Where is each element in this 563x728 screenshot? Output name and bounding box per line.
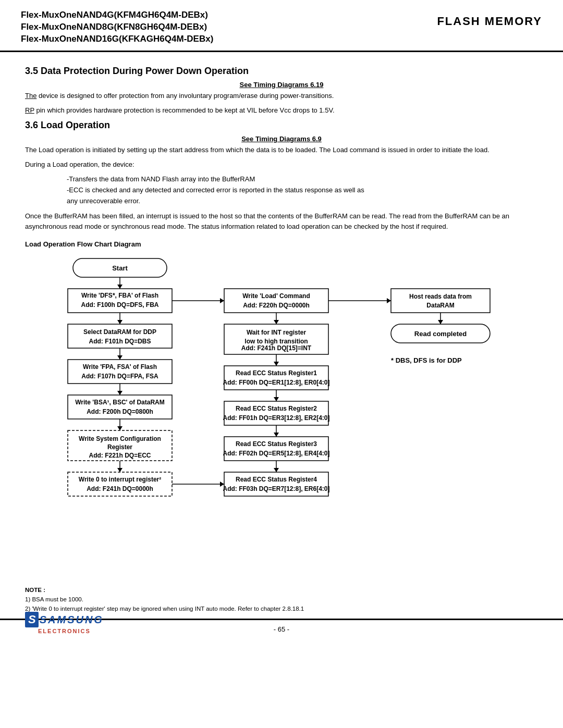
- svg-marker-7: [117, 320, 123, 324]
- svg-marker-17: [117, 391, 123, 395]
- svg-marker-56: [274, 433, 279, 437]
- flowchart-area: Start Write 'DFS*, FBA' of Flash Add: F1…: [25, 253, 538, 576]
- samsung-wordmark: SAMSUNG: [40, 614, 104, 626]
- svg-text:Add: F220h DQ=0000h: Add: F220h DQ=0000h: [243, 302, 310, 309]
- samsung-s-icon: S: [25, 612, 39, 627]
- header-line3: Flex-MuxOneNAND16G(KFKAGH6Q4M-DEBx): [21, 33, 437, 45]
- note1: 1) BSA must be 1000.: [25, 595, 538, 604]
- svg-text:Add: FF02h DQ=ER5[12:8], ER4[4: Add: FF02h DQ=ER5[12:8], ER4[4:0]: [223, 450, 329, 457]
- svg-text:Add: FF03h DQ=ER7[12:8], ER6[4: Add: FF03h DQ=ER7[12:8], ER6[4:0]: [223, 485, 329, 492]
- svg-text:Write 0 to interrupt register²: Write 0 to interrupt register²: [79, 476, 161, 483]
- svg-text:Write System Configuration: Write System Configuration: [79, 435, 161, 442]
- svg-marker-61: [274, 468, 279, 472]
- svg-text:Write 'DFS*, FBA' of Flash: Write 'DFS*, FBA' of Flash: [81, 292, 158, 299]
- bullet2: -ECC is checked and any detected and cor…: [67, 185, 538, 196]
- svg-rect-65: [391, 289, 490, 313]
- svg-text:Add: F241h DQ[15]=INT: Add: F241h DQ[15]=INT: [241, 344, 312, 352]
- svg-text:Write 'BSA¹, BSC' of DataRAM: Write 'BSA¹, BSC' of DataRAM: [75, 399, 165, 406]
- electronics-label: ELECTRONICS: [38, 628, 91, 634]
- svg-marker-40: [274, 320, 279, 324]
- bullet2b: any unrecoverable error.: [67, 196, 538, 207]
- svg-marker-28: [117, 468, 123, 472]
- timing-ref-3-5: See Timing Diagrams 6.19: [25, 81, 538, 89]
- svg-marker-51: [274, 397, 279, 401]
- svg-text:Write 'FPA, FSA' of Flash: Write 'FPA, FSA' of Flash: [83, 363, 157, 371]
- start-label: Start: [112, 264, 128, 272]
- flash-memory-label: FLASH MEMORY: [437, 9, 542, 28]
- svg-text:Add: F101h DQ=DBS: Add: F101h DQ=DBS: [89, 338, 151, 345]
- note-label: NOTE :: [25, 586, 538, 595]
- svg-marker-38: [220, 298, 224, 303]
- svg-text:Read ECC Status Register1: Read ECC Status Register1: [236, 369, 317, 377]
- svg-text:Add: FF01h DQ=ER3[12:8], ER2[4: Add: FF01h DQ=ER3[12:8], ER2[4:0]: [223, 414, 329, 422]
- svg-text:Add: F221h DQ=ECC: Add: F221h DQ=ECC: [89, 452, 151, 459]
- svg-marker-73: [387, 298, 391, 303]
- header-line1: Flex-MuxOneNAND4G(KFM4GH6Q4M-DEBx): [21, 9, 437, 21]
- section-3-6-para2: During a Load operation, the device:: [25, 159, 538, 170]
- section-3-5-para2: RP pin which provides hardware protectio…: [25, 105, 538, 116]
- section-3-5-title: 3.5 Data Protection During Power Down Op…: [25, 66, 538, 77]
- svg-text:Add: F241h DQ=0000h: Add: F241h DQ=0000h: [87, 485, 153, 492]
- page-number: - 65 -: [274, 625, 289, 633]
- svg-marker-22: [117, 426, 123, 430]
- svg-text:Add: F200h DQ=0800h: Add: F200h DQ=0800h: [87, 408, 153, 415]
- svg-text:Add: F107h DQ=FPA, FSA: Add: F107h DQ=FPA, FSA: [81, 373, 158, 380]
- svg-text:Read completed: Read completed: [414, 330, 467, 338]
- svg-text:Host reads data from: Host reads data from: [409, 293, 472, 300]
- svg-marker-12: [117, 355, 123, 360]
- section-3-6-para1: The Load operation is initiated by setti…: [25, 145, 538, 155]
- section-3-5-para1: The device is designed to offer protecti…: [25, 91, 538, 101]
- svg-marker-69: [438, 320, 443, 324]
- header: Flex-MuxOneNAND4G(KFM4GH6Q4M-DEBx) Flex-…: [0, 0, 563, 52]
- svg-text:Wait for INT register: Wait for INT register: [247, 329, 307, 336]
- svg-marker-2: [117, 285, 123, 289]
- svg-marker-46: [274, 362, 279, 366]
- bullet1: -Transfers the data from NAND Flash arra…: [67, 174, 538, 185]
- svg-text:Read ECC Status Register4: Read ECC Status Register4: [236, 476, 317, 483]
- svg-text:Add: FF00h DQ=ER1[12:8], ER0[4: Add: FF00h DQ=ER1[12:8], ER0[4:0]: [223, 379, 329, 386]
- flowchart-svg: Start Write 'DFS*, FBA' of Flash Add: F1…: [26, 253, 537, 576]
- footer-logo: S SAMSUNG ELECTRONICS: [25, 612, 104, 634]
- svg-text:Write 'Load' Command: Write 'Load' Command: [242, 292, 310, 300]
- svg-text:Add: F100h DQ=DFS, FBA: Add: F100h DQ=DFS, FBA: [81, 301, 158, 309]
- svg-text:DataRAM: DataRAM: [426, 302, 454, 309]
- section-3-6-title: 3.6 Load Operation: [25, 120, 538, 131]
- timing-ref-3-6: See Timing Diagrams 6.9: [25, 135, 538, 143]
- svg-text:* DBS, DFS is for DDP: * DBS, DFS is for DDP: [391, 356, 462, 364]
- svg-text:Read ECC Status Register3: Read ECC Status Register3: [236, 440, 317, 448]
- svg-text:Register: Register: [107, 443, 132, 451]
- svg-text:Read ECC Status Register2: Read ECC Status Register2: [236, 405, 317, 412]
- diagram-title: Load Operation Flow Chart Diagram: [25, 240, 538, 248]
- header-line2: Flex-MuxOneNAND8G(KFN8GH6Q4M-DEBx): [21, 21, 437, 33]
- page-footer: S SAMSUNG ELECTRONICS - 65 -: [0, 619, 563, 638]
- page: Flex-MuxOneNAND4G(KFM4GH6Q4M-DEBx) Flex-…: [0, 0, 563, 728]
- section-3-6-para3: Once the BufferRAM has been filled, an i…: [25, 211, 538, 232]
- main-content: 3.5 Data Protection During Power Down Op…: [0, 52, 563, 576]
- svg-text:Select DataRAM for DDP: Select DataRAM for DDP: [83, 328, 156, 336]
- footer-notes: NOTE : 1) BSA must be 1000. 2) 'Write 0 …: [0, 582, 563, 613]
- samsung-logo: S SAMSUNG: [25, 612, 104, 627]
- svg-text:low to high transition: low to high transition: [244, 338, 308, 345]
- underline-rp: RP: [25, 106, 34, 114]
- underline-device: The: [25, 92, 36, 100]
- header-titles: Flex-MuxOneNAND4G(KFM4GH6Q4M-DEBx) Flex-…: [21, 9, 437, 45]
- bullet-list: -Transfers the data from NAND Flash arra…: [67, 174, 538, 206]
